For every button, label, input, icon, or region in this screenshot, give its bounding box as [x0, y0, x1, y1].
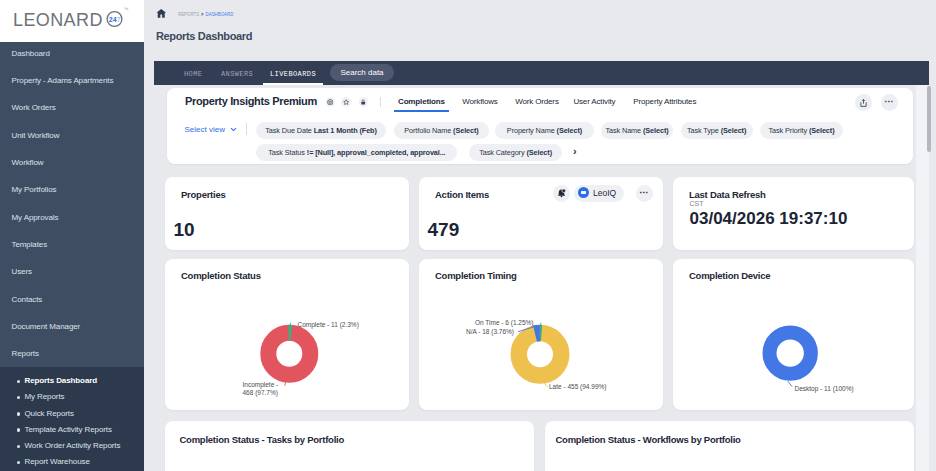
svg-text:7: 7	[117, 16, 121, 23]
svg-text:24: 24	[109, 16, 117, 23]
svg-text:™: ™	[124, 6, 129, 12]
svg-text:LEONARD: LEONARD	[13, 10, 103, 30]
